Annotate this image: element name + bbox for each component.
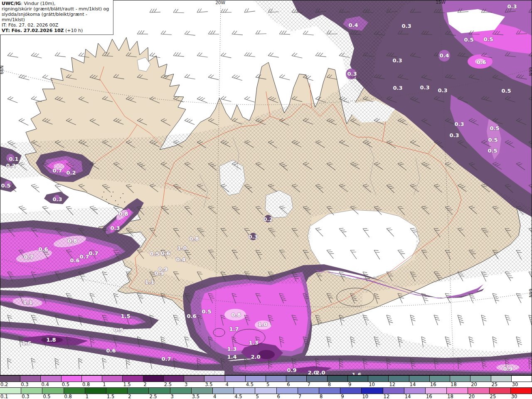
rain-colorbar-labels: 0.10.30.50.811.522.533.544.5567891012141… [0, 394, 532, 399]
sleet-snow-swatch [40, 375, 61, 382]
sleet-snow-tick-label: 8 [328, 382, 348, 387]
sleet-snow-swatch [122, 375, 143, 382]
precip-value-label: 0.2 [263, 216, 273, 222]
rain-swatch [383, 387, 404, 394]
sleet-snow-swatch [409, 375, 430, 382]
rain-swatch [170, 387, 192, 394]
rain-swatch [0, 387, 21, 394]
rain-swatch [340, 387, 362, 394]
rain-tick-label: 1 [85, 394, 106, 399]
precip-value-label: 0.3 [347, 71, 357, 77]
sleet-snow-tick-label: 12 [389, 382, 409, 387]
sleet-snow-swatch [511, 375, 532, 382]
precip-value-label: 0.9 [154, 270, 164, 276]
rain-tick-label: 7 [298, 394, 319, 399]
precip-value-label: 1.1 [23, 299, 32, 305]
title-box: UWC/IG: Vindur (10m), rigning/skúrir (gr… [0, 0, 113, 35]
rain-tick-label: 6 [277, 394, 298, 399]
graticule-label: 15W [436, 0, 446, 5]
sleet-snow-tick-label: 18 [450, 382, 470, 387]
precip-value-label: 1.1 [145, 279, 154, 285]
rain-tick-label: 3 [170, 394, 192, 399]
sleet-snow-swatch [245, 375, 266, 382]
precip-value-label: 0.1 [9, 156, 18, 162]
precip-value-label: 0.5 [501, 88, 511, 94]
sleet-snow-tick-label: 0.2 [0, 382, 20, 387]
sleet-snow-tick-label: 2.5 [164, 382, 184, 387]
sleet-snow-tick-label: 0.4 [41, 382, 61, 387]
graticule-label: 66N [0, 65, 4, 74]
sleet-snow-swatch [388, 375, 409, 382]
sleet-snow-tick-label: 1 [102, 382, 123, 387]
rain-swatch [85, 387, 106, 394]
rain-tick-label: 25 [490, 394, 511, 399]
precip-value-label: 0.3 [393, 85, 402, 91]
rain-tick-label: 10 [362, 394, 383, 399]
rain-swatch [255, 387, 276, 394]
precip-value-label: 1.0 [177, 245, 187, 251]
sleet-snow-tick-label: 30 [512, 382, 532, 387]
rain-swatch [489, 387, 511, 394]
precip-value-label: 1.7 [229, 326, 239, 332]
sleet-snow-swatch [184, 375, 204, 382]
precip-value-label: 0.5 [464, 37, 473, 43]
precip-value-label: 0.5 [488, 137, 498, 143]
rain-swatch [64, 387, 85, 394]
rain-tick-label: 12 [383, 394, 404, 399]
sleet-snow-tick-label: 0.8 [82, 382, 102, 387]
rain-colorbar [0, 387, 532, 394]
precip-value-label: 0.5 [202, 308, 211, 315]
precip-value-label: 1.6 [22, 340, 31, 346]
precip-value-label: 0.9 [287, 367, 296, 373]
valid-time: VT: Fös. 27.02.2026 10Z (+10 h) [2, 28, 111, 33]
precip-value-label: 1.4 [227, 354, 236, 360]
precip-value-label: 0.8 [67, 238, 77, 244]
rain-swatch [319, 387, 340, 394]
precip-value-label: 1.6 [352, 372, 361, 376]
sleet-snow-tick-label: 6 [286, 382, 307, 387]
precip-value-label: 0.8 [189, 236, 199, 242]
sleet-snow-swatch [286, 375, 307, 382]
rain-tick-label: 5 [255, 394, 276, 399]
precip-value-label: 2.0 [251, 354, 260, 360]
sleet-snow-swatch [429, 375, 450, 382]
precip-value-label: 0.7 [161, 356, 171, 362]
sleet-snow-tick-label: 25 [491, 382, 512, 387]
precip-value-label: 0.8 [231, 312, 241, 318]
sleet-snow-tick-label: 5 [266, 382, 286, 387]
precip-value-label: 0.6 [187, 313, 196, 319]
sleet-snow-swatch [225, 375, 246, 382]
sleet-snow-tick-label: 7 [307, 382, 327, 387]
precip-value-label: 1.3 [249, 340, 258, 346]
title-line-2: rigning/skúrir (grænt/blátt/rautt - mm/1… [2, 6, 111, 12]
precip-value-label: 1.3 [227, 346, 236, 352]
rain-tick-label: 1.5 [106, 394, 128, 399]
rain-tick-label: 0.1 [0, 394, 21, 399]
precip-value-label: 0.6 [70, 257, 79, 264]
sleet-snow-swatch [347, 375, 368, 382]
rain-swatch [468, 387, 489, 394]
sleet-snow-tick-label: 2 [143, 382, 164, 387]
sleet-snow-swatch [81, 375, 102, 382]
sleet-snow-colorbar [0, 375, 532, 382]
rain-swatch [212, 387, 234, 394]
precip-value-label: 0.3 [507, 3, 517, 10]
rain-swatch [446, 387, 468, 394]
precip-value-label: 0.5 [483, 36, 493, 42]
precip-value-label: 0.2 [6, 163, 15, 169]
precip-value-label: 1.8 [46, 337, 56, 343]
precip-value-label: 0.7 [52, 167, 62, 174]
precip-value-label: 0.2 [66, 170, 76, 176]
precip-value-label: 0.3 [438, 87, 447, 94]
sleet-snow-swatch [204, 375, 225, 382]
rain-tick-label: 0.5 [42, 394, 64, 399]
iceland-wind-precip-map: 0.40.30.30.50.50.40.60.30.30.30.30.30.50… [0, 0, 532, 375]
precip-value-label: 0.9 [503, 366, 512, 372]
precip-value-label: 0.3 [454, 121, 464, 127]
title-line-1: UWC/IG: Vindur (10m), [2, 1, 111, 6]
weather-map-page: 0.40.30.30.50.50.40.60.30.30.30.30.30.50… [0, 0, 532, 399]
sleet-snow-tick-label: 0.5 [62, 382, 82, 387]
precip-value-label: 0.3 [401, 23, 411, 29]
sleet-snow-tick-label: 0.3 [20, 382, 41, 387]
rain-swatch [425, 387, 447, 394]
